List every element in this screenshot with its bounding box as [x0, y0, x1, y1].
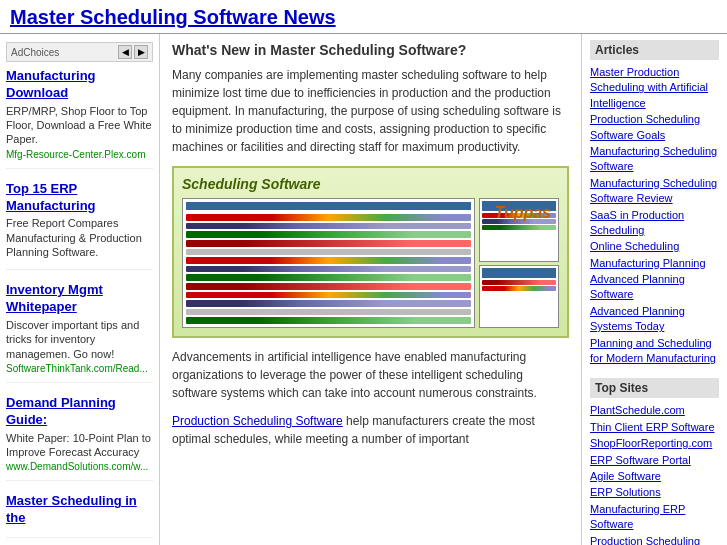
ad-prev-button[interactable]: ◀ [118, 45, 132, 59]
mock-row-4 [186, 240, 471, 247]
main-para-3: Production Scheduling Software help manu… [172, 412, 569, 448]
article-link-0[interactable]: Master Production Scheduling with Artifi… [590, 65, 719, 111]
article-link-8[interactable]: Advanced Planning Systems Today [590, 304, 719, 335]
top-sites-links: PlantSchedule.comThin Client ERP Softwar… [590, 403, 719, 545]
ad-block-4: Demand Planning Guide: White Paper: 10-P… [6, 395, 153, 481]
ad-2-title[interactable]: Top 15 ERP Manufacturing [6, 181, 153, 215]
ad-block-3: Inventory Mgmt Whitepaper Discover impor… [6, 282, 153, 383]
side-panel-2 [479, 265, 559, 329]
mock-row-1 [186, 214, 471, 221]
top-site-link-0[interactable]: PlantSchedule.com [590, 403, 719, 418]
main-para-2: Advancements in artificial intelligence … [172, 348, 569, 402]
page-header: Master Scheduling Software News [0, 0, 727, 34]
ad-block-5: Master Scheduling in the [6, 493, 153, 538]
article-link-7[interactable]: Advanced Planning Software [590, 272, 719, 303]
article-link-6[interactable]: Manufacturing Planning [590, 256, 719, 271]
top-site-link-4[interactable]: Agile Software [590, 469, 719, 484]
articles-links: Master Production Scheduling with Artifi… [590, 65, 719, 366]
main-para-1: Many companies are implementing master s… [172, 66, 569, 156]
mock-row-8 [186, 274, 471, 281]
ad-nav[interactable]: ◀ ▶ [118, 45, 148, 59]
mock-row-7 [186, 266, 471, 273]
top-site-link-3[interactable]: ERP Software Portal [590, 453, 719, 468]
ad-4-title[interactable]: Demand Planning Guide: [6, 395, 153, 429]
ad-4-desc: White Paper: 10-Point Plan to Improve Fo… [6, 431, 153, 460]
top-site-link-1[interactable]: Thin Client ERP Software [590, 420, 719, 435]
ad-block-1: Manufacturing Download ERP/MRP, Shop Flo… [6, 68, 153, 169]
mock-row-12 [186, 309, 471, 316]
side-row-4 [482, 280, 556, 285]
article-link-4[interactable]: SaaS in Production Scheduling [590, 208, 719, 239]
ad-1-desc: ERP/MRP, Shop Floor to Top Floor, Downlo… [6, 104, 153, 147]
mock-row-3 [186, 231, 471, 238]
side-row-5 [482, 286, 556, 291]
main-content: What's New in Master Scheduling Software… [160, 34, 582, 545]
ad-1-url: Mfg-Resource-Center.Plex.com [6, 149, 153, 160]
left-sidebar: AdChoices ◀ ▶ Manufacturing Download ERP… [0, 34, 160, 545]
ad-3-url: SoftwareThinkTank.com/Read... [6, 363, 153, 374]
right-sidebar: Articles Master Production Scheduling wi… [582, 34, 727, 545]
tuppas-logo: Tuppas [494, 204, 551, 222]
mock-row-11 [186, 300, 471, 307]
article-link-2[interactable]: Manufacturing Scheduling Software [590, 144, 719, 175]
mock-row-9 [186, 283, 471, 290]
image-mockup: Tuppas [182, 198, 559, 328]
ad-4-url: www.DemandSolutions.com/w... [6, 461, 153, 472]
top-site-link-7[interactable]: Production Scheduling Software [590, 534, 719, 545]
article-link-3[interactable]: Manufacturing Scheduling Software Review [590, 176, 719, 207]
mock-row-5 [186, 249, 471, 256]
top-site-link-2[interactable]: ShopFloorReporting.com [590, 436, 719, 451]
ad-2-desc: Free Report Compares Manufacturing & Pro… [6, 216, 153, 259]
top-sites-section-title: Top Sites [590, 378, 719, 398]
mockup-main-panel [182, 198, 475, 328]
mock-row-6 [186, 257, 471, 264]
ad-3-desc: Discover important tips and tricks for i… [6, 318, 153, 361]
ad-block-2: Top 15 ERP Manufacturing Free Report Com… [6, 181, 153, 271]
main-heading: What's New in Master Scheduling Software… [172, 42, 569, 58]
top-site-link-6[interactable]: Manufacturing ERP Software [590, 502, 719, 533]
ad-1-title[interactable]: Manufacturing Download [6, 68, 153, 102]
top-site-link-5[interactable]: ERP Solutions [590, 485, 719, 500]
production-scheduling-link[interactable]: Production Scheduling Software [172, 414, 343, 428]
side-header-2 [482, 268, 556, 278]
article-link-1[interactable]: Production Scheduling Software Goals [590, 112, 719, 143]
ad-next-button[interactable]: ▶ [134, 45, 148, 59]
mock-row-13 [186, 317, 471, 324]
ad-5-title[interactable]: Master Scheduling in the [6, 493, 153, 527]
scheduling-image-box: Scheduling Software [172, 166, 569, 338]
ad-choices-bar: AdChoices ◀ ▶ [6, 42, 153, 62]
article-link-9[interactable]: Planning and Scheduling for Modern Manuf… [590, 336, 719, 367]
mock-row-10 [186, 292, 471, 299]
page-title: Master Scheduling Software News [10, 6, 717, 29]
ad-3-title[interactable]: Inventory Mgmt Whitepaper [6, 282, 153, 316]
articles-section-title: Articles [590, 40, 719, 60]
mock-header-bar [186, 202, 471, 210]
article-link-5[interactable]: Online Scheduling [590, 239, 719, 254]
ad-choices-label: AdChoices [11, 47, 59, 58]
mock-row-2 [186, 223, 471, 230]
side-row-3 [482, 225, 556, 230]
image-box-title: Scheduling Software [182, 176, 559, 192]
